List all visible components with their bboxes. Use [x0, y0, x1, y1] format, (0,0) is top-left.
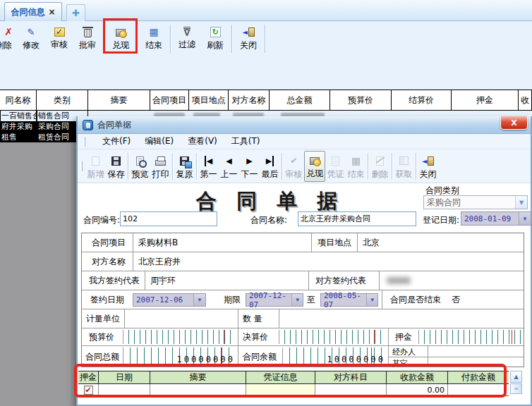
ended-label: 合同是否结束: [390, 294, 441, 306]
col-location[interactable]: 项目地点: [188, 90, 229, 111]
contract-name-input[interactable]: 北京王府井采购合同: [298, 211, 416, 226]
delete-icon: ✗: [4, 27, 13, 37]
annotation-detail-table-highlight: [74, 364, 507, 398]
preview-icon: [136, 156, 144, 166]
form-row-prices: 预算价 决算价 押金: [82, 328, 524, 346]
budget-price-label: 预算价: [89, 331, 114, 343]
chevron-down-icon[interactable]: ▼: [366, 294, 377, 306]
contract-document-dialog: 合同单据 X 文件(F) 编辑(E) 查看(V) 工具(T) 新增 保存: [76, 116, 532, 406]
col-project[interactable]: 合同项目: [150, 90, 189, 111]
app-icon: [83, 120, 93, 130]
audit-button[interactable]: ✓ 审核: [45, 23, 73, 55]
toolbar-separator: [231, 25, 232, 53]
menu-view[interactable]: 查看(V): [188, 135, 217, 147]
deposit-grid[interactable]: [418, 330, 524, 344]
toolbar-separator: [368, 153, 368, 180]
screen: 合同信息 × ✚ ✗ 删除 ✎ 修改 ✓ 审核 批审 兑现 ▦: [0, 0, 532, 406]
col-summary[interactable]: 摘要: [87, 90, 150, 111]
ended-value[interactable]: 否: [452, 294, 460, 306]
cash-in-button[interactable]: 兑现: [304, 151, 325, 182]
form-row-unit-qty: 计量单位 数 量: [82, 309, 524, 328]
col-budget[interactable]: 预算价: [330, 90, 392, 111]
term-from-select[interactable]: 2007-12-07 ▼: [246, 293, 303, 307]
form-row-dates: 签约日期 2007-12-06 ▼ 期限 2007-12-07 ▼ 至 2008…: [82, 290, 524, 309]
balance-digits: 10000000: [327, 355, 385, 364]
scroll-up-button[interactable]: ▲: [510, 371, 522, 383]
chevron-down-icon[interactable]: ▼: [193, 294, 205, 306]
edit-icon: ✎: [28, 27, 35, 37]
menu-file[interactable]: 文件(F): [102, 135, 131, 147]
form-row-project: 合同项目 采购材料B 项目地点 北京: [82, 233, 524, 252]
toolbar-separator: [416, 153, 416, 180]
finish-icon: ▦: [149, 27, 158, 37]
audit-icon: ✓: [54, 27, 65, 37]
col-total[interactable]: 总金额: [269, 90, 330, 111]
detail-scrollbar: ▲ ≡: [510, 371, 522, 394]
nav-last-button[interactable]: ▶ 最后: [260, 151, 280, 182]
col-receive[interactable]: 收: [518, 90, 532, 111]
project-value[interactable]: 采购材料B: [138, 237, 178, 249]
contract-type-select[interactable]: 采购合同 ▼: [423, 195, 528, 209]
finish-button[interactable]: ▦ 结束: [346, 151, 366, 182]
register-date-label: 登记日期:: [423, 214, 459, 226]
fetch-button[interactable]: 获取: [394, 151, 414, 182]
counterparty-value[interactable]: 北京王府井: [138, 256, 181, 268]
dialog-close-button[interactable]: X: [500, 116, 528, 130]
form-row-counterparty: 对方名称 北京王府井: [82, 252, 524, 271]
contract-no-input[interactable]: 102: [120, 211, 217, 226]
nav-prev-button[interactable]: ◀ 上一: [219, 151, 239, 182]
nav-first-button[interactable]: ◀ 第一: [198, 151, 219, 182]
refresh-button[interactable]: ↻ 刷新: [201, 23, 229, 55]
register-date-select[interactable]: 2008-01-09 ▼: [461, 211, 531, 226]
modify-button[interactable]: ✎ 修改: [17, 23, 45, 55]
our-rep-value[interactable]: 周宇环: [150, 275, 176, 287]
print-button[interactable]: 打印: [150, 151, 171, 182]
toolbar-separator: [196, 153, 197, 180]
tab-contract-info[interactable]: 合同信息 ×: [4, 2, 62, 21]
dialog-titlebar[interactable]: 合同单据 X: [78, 116, 531, 134]
door-arrow-icon: ◄: [422, 157, 428, 165]
final-price-grid[interactable]: [279, 330, 386, 344]
col-settle[interactable]: 结算价: [391, 90, 452, 111]
save-button[interactable]: 保存: [106, 151, 126, 182]
chevron-down-icon[interactable]: ▼: [519, 212, 531, 225]
close-window-button[interactable]: ◄ 关闭: [234, 23, 262, 55]
audit-button[interactable]: ✔ 审核: [284, 151, 304, 182]
their-rep-value-redacted[interactable]: [387, 277, 411, 284]
toolbar-separator: [265, 25, 265, 53]
tab-close-icon[interactable]: ×: [48, 7, 55, 17]
chevron-down-icon[interactable]: ▼: [291, 294, 303, 306]
chevron-down-icon[interactable]: ▼: [515, 196, 527, 209]
contract-list-header: 同名称 类别 摘要 合同项目 项目地点 对方名称 总金额 预算价 结算价 押金 …: [0, 90, 532, 111]
batch-approve-button[interactable]: 批审: [73, 23, 102, 55]
menu-tools[interactable]: 工具(T): [231, 135, 260, 147]
col-counterparty[interactable]: 对方名称: [228, 90, 270, 111]
new-tab-button[interactable]: ✚: [66, 4, 85, 21]
finish-icon: ▦: [351, 156, 361, 166]
delete-button[interactable]: 删除: [370, 151, 390, 182]
finish-button[interactable]: ▦ 结束: [140, 23, 168, 55]
close-dialog-button[interactable]: ◄ 关闭: [418, 151, 438, 182]
sign-date-select[interactable]: 2007-12-06 ▼: [133, 293, 206, 307]
delete-button[interactable]: ✗ 删除: [0, 23, 17, 55]
restore-button[interactable]: 复原: [174, 151, 195, 182]
toolbar-separator: [128, 153, 128, 180]
dialog-menubar: 文件(F) 编辑(E) 查看(V) 工具(T): [78, 134, 531, 149]
term-to-label: 至: [307, 294, 315, 306]
col-contract-name[interactable]: 同名称: [0, 90, 37, 111]
nav-next-button[interactable]: ▶ 下一: [239, 151, 260, 182]
preview-button[interactable]: 预览: [130, 151, 150, 182]
budget-price-grid[interactable]: [123, 330, 236, 344]
filter-button[interactable]: ∇ 过滤: [173, 23, 201, 55]
new-button[interactable]: 新增: [85, 151, 106, 182]
term-to-select[interactable]: 2008-05-07 ▼: [320, 293, 378, 307]
term-label: 期限: [224, 294, 241, 306]
col-category[interactable]: 类别: [36, 90, 88, 111]
contract-form-grid: 合同项目 采购材料B 项目地点 北京 对方名称 北京王府井 我方签约代表 周宇环…: [81, 233, 524, 367]
location-value[interactable]: 北京: [363, 237, 380, 249]
scroll-thumb[interactable]: ≡: [510, 383, 522, 394]
col-deposit[interactable]: 押金: [451, 90, 519, 111]
menu-edit[interactable]: 编辑(E): [145, 135, 174, 147]
voucher-button[interactable]: 凭证: [325, 151, 346, 182]
voucher-icon: [332, 156, 339, 166]
